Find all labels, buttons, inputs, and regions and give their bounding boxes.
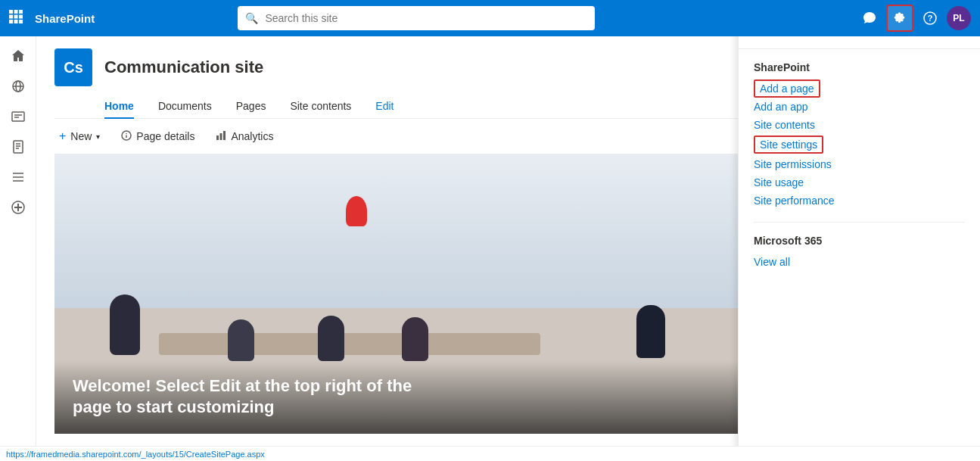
hero-main-overlay: Welcome! Select Edit at the top right of…	[54, 360, 748, 434]
svg-rect-6	[9, 20, 13, 23]
site-title: Communication site	[104, 58, 263, 77]
edit-button[interactable]: Edit	[363, 94, 406, 118]
site-performance-link[interactable]: Site performance	[754, 192, 965, 210]
svg-rect-30	[216, 135, 219, 140]
red-lamp-decoration	[346, 196, 367, 226]
topbar-right-actions: ? PL	[856, 5, 971, 32]
left-sidebar	[0, 36, 36, 461]
svg-rect-31	[220, 133, 222, 140]
window-background	[54, 154, 748, 308]
nav-item-documents[interactable]: Documents	[146, 94, 224, 118]
sidebar-item-home[interactable]	[5, 42, 32, 70]
svg-rect-4	[14, 14, 18, 18]
analytics-button[interactable]: Analytics	[211, 127, 278, 146]
person-silhouette	[110, 294, 140, 355]
hero-main-image[interactable]: Welcome! Select Edit at the top right of…	[54, 154, 748, 434]
site-settings-link[interactable]: Site settings	[754, 135, 823, 154]
site-contents-link[interactable]: Site contents	[754, 116, 965, 134]
m365-section-title: Microsoft 365	[754, 235, 965, 247]
help-icon-btn[interactable]: ?	[916, 5, 944, 32]
settings-body: SharePoint Add a page Add an app Site co…	[739, 49, 980, 283]
plus-icon: +	[59, 129, 66, 143]
chart-icon	[216, 130, 226, 143]
search-bar: 🔍	[238, 6, 595, 30]
person-silhouette	[636, 305, 665, 358]
new-button[interactable]: + New ▾	[54, 126, 104, 146]
info-icon	[121, 130, 132, 143]
settings-icon-btn[interactable]	[886, 5, 913, 32]
nav-item-site-contents[interactable]: Site contents	[278, 94, 363, 118]
add-a-page-link[interactable]: Add a page	[754, 79, 820, 98]
site-permissions-link[interactable]: Site permissions	[754, 155, 965, 173]
chat-icon-btn[interactable]	[856, 5, 883, 32]
chevron-down-icon: ▾	[96, 132, 100, 141]
svg-rect-14	[12, 112, 24, 121]
status-url: https://framedmedia.sharepoint.com/_layo…	[6, 450, 265, 459]
sidebar-item-news[interactable]	[5, 103, 32, 130]
add-an-app-link[interactable]: Add an app	[754, 98, 965, 116]
hero-main-title: Welcome! Select Edit at the top right of…	[73, 375, 436, 419]
search-input[interactable]	[238, 6, 595, 30]
app-logo[interactable]: SharePoint	[35, 12, 95, 25]
avatar[interactable]: PL	[947, 6, 971, 30]
view-all-link[interactable]: View all	[754, 253, 965, 271]
sharepoint-section-title: SharePoint	[754, 61, 965, 73]
sidebar-item-sites[interactable]	[5, 73, 32, 100]
settings-divider	[754, 222, 965, 223]
svg-rect-8	[19, 20, 23, 23]
person-silhouette	[402, 317, 428, 361]
status-bar: https://framedmedia.sharepoint.com/_layo…	[0, 446, 980, 461]
site-logo: Cs	[54, 48, 92, 86]
person-silhouette	[318, 316, 344, 361]
site-usage-link[interactable]: Site usage	[754, 173, 965, 192]
search-icon: 🔍	[245, 12, 258, 24]
sidebar-item-create[interactable]	[5, 194, 32, 221]
svg-text:?: ?	[928, 14, 933, 23]
sidebar-item-lists[interactable]	[5, 164, 32, 191]
svg-rect-32	[223, 131, 226, 140]
svg-rect-5	[19, 14, 23, 18]
person-silhouette	[228, 319, 254, 361]
page-details-button[interactable]: Page details	[117, 127, 199, 146]
svg-rect-2	[19, 10, 23, 14]
nav-item-home[interactable]: Home	[104, 94, 146, 118]
svg-rect-7	[14, 20, 18, 23]
svg-point-28	[126, 132, 128, 134]
svg-rect-1	[14, 10, 18, 14]
svg-rect-3	[9, 14, 13, 18]
settings-panel: Settings ✕ SharePoint Add a page Add an …	[738, 0, 980, 461]
svg-rect-17	[14, 141, 23, 153]
svg-rect-0	[9, 10, 13, 14]
sidebar-item-pages[interactable]	[5, 133, 32, 160]
waffle-icon[interactable]	[9, 10, 23, 27]
topbar: SharePoint 🔍 ? PL	[0, 0, 980, 36]
nav-item-pages[interactable]: Pages	[224, 94, 278, 118]
table-shape	[159, 333, 540, 356]
